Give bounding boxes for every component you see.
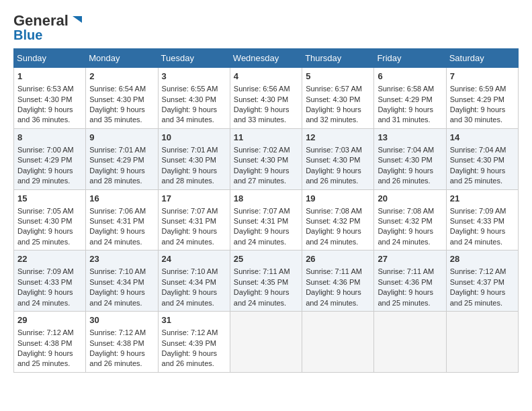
sunrise-label: Sunrise: 7:12 AM — [89, 328, 146, 336]
daylight-label: Daylight: 9 hours and 28 minutes. — [89, 167, 145, 185]
sunset-label: Sunset: 4:37 PM — [450, 278, 504, 286]
calendar-week-4: 22 Sunrise: 7:09 AM Sunset: 4:33 PM Dayl… — [14, 250, 519, 312]
day-number: 17 — [162, 193, 226, 205]
daylight-label: Daylight: 9 hours and 27 minutes. — [234, 167, 290, 185]
daylight-label: Daylight: 9 hours and 25 minutes. — [17, 349, 73, 367]
logo: General Blue — [13, 13, 85, 42]
sunset-label: Sunset: 4:39 PM — [162, 339, 216, 347]
daylight-label: Daylight: 9 hours and 24 minutes. — [162, 227, 218, 245]
sunrise-label: Sunrise: 7:10 AM — [162, 267, 218, 275]
sunset-label: Sunset: 4:30 PM — [89, 95, 144, 103]
sunset-label: Sunset: 4:30 PM — [378, 156, 432, 164]
sunset-label: Sunset: 4:30 PM — [17, 95, 72, 103]
sunset-label: Sunset: 4:38 PM — [89, 339, 144, 347]
daylight-label: Daylight: 9 hours and 25 minutes. — [450, 167, 506, 185]
weekday-header-monday: Monday — [86, 49, 158, 68]
sunset-label: Sunset: 4:29 PM — [89, 156, 144, 164]
day-number: 10 — [162, 132, 226, 144]
sunset-label: Sunset: 4:33 PM — [17, 278, 72, 286]
weekday-header-saturday: Saturday — [446, 49, 518, 68]
daylight-label: Daylight: 9 hours and 24 minutes. — [306, 288, 361, 306]
sunset-label: Sunset: 4:30 PM — [162, 156, 216, 164]
sunset-label: Sunset: 4:34 PM — [162, 278, 216, 286]
daylight-label: Daylight: 9 hours and 24 minutes. — [234, 288, 290, 306]
sunset-label: Sunset: 4:30 PM — [306, 95, 360, 103]
day-number: 20 — [378, 193, 442, 205]
calendar-cell: 17 Sunrise: 7:07 AM Sunset: 4:31 PM Dayl… — [158, 189, 230, 250]
sunset-label: Sunset: 4:29 PM — [17, 156, 72, 164]
day-number: 21 — [450, 193, 515, 205]
sunrise-label: Sunrise: 7:06 AM — [89, 207, 146, 215]
calendar-cell: 31 Sunrise: 7:12 AM Sunset: 4:39 PM Dayl… — [158, 312, 230, 373]
calendar-cell: 25 Sunrise: 7:11 AM Sunset: 4:35 PM Dayl… — [230, 250, 302, 312]
calendar-header-row: SundayMondayTuesdayWednesdayThursdayFrid… — [14, 49, 519, 68]
day-number: 30 — [89, 314, 154, 326]
calendar-cell: 23 Sunrise: 7:10 AM Sunset: 4:34 PM Dayl… — [86, 250, 158, 312]
calendar-cell: 7 Sunrise: 6:59 AM Sunset: 4:29 PM Dayli… — [446, 68, 518, 129]
sunrise-label: Sunrise: 6:57 AM — [306, 85, 362, 93]
sunrise-label: Sunrise: 7:11 AM — [378, 267, 434, 275]
sunrise-label: Sunrise: 7:12 AM — [162, 328, 218, 336]
day-number: 24 — [162, 253, 226, 265]
calendar-week-1: 1 Sunrise: 6:53 AM Sunset: 4:30 PM Dayli… — [14, 68, 519, 129]
sunrise-label: Sunrise: 6:56 AM — [234, 85, 290, 93]
sunrise-label: Sunrise: 7:01 AM — [89, 146, 146, 154]
day-number: 23 — [89, 253, 154, 265]
sunrise-label: Sunrise: 7:03 AM — [306, 146, 362, 154]
calendar-cell: 16 Sunrise: 7:06 AM Sunset: 4:31 PM Dayl… — [86, 189, 158, 250]
calendar-cell: 11 Sunrise: 7:02 AM Sunset: 4:30 PM Dayl… — [230, 128, 302, 189]
day-number: 28 — [450, 253, 515, 265]
sunrise-label: Sunrise: 7:10 AM — [89, 267, 146, 275]
day-number: 29 — [17, 314, 82, 326]
sunset-label: Sunset: 4:30 PM — [234, 95, 288, 103]
calendar-cell: 30 Sunrise: 7:12 AM Sunset: 4:38 PM Dayl… — [86, 312, 158, 373]
day-number: 22 — [17, 253, 82, 265]
day-number: 7 — [450, 71, 515, 83]
sunrise-label: Sunrise: 6:59 AM — [450, 85, 506, 93]
page-header: General Blue — [13, 13, 519, 42]
calendar-cell: 3 Sunrise: 6:55 AM Sunset: 4:30 PM Dayli… — [158, 68, 230, 129]
daylight-label: Daylight: 9 hours and 26 minutes. — [162, 349, 218, 367]
calendar-cell: 5 Sunrise: 6:57 AM Sunset: 4:30 PM Dayli… — [302, 68, 374, 129]
daylight-label: Daylight: 9 hours and 28 minutes. — [162, 167, 218, 185]
daylight-label: Daylight: 9 hours and 26 minutes. — [89, 349, 145, 367]
logo-blue: Blue — [13, 28, 42, 42]
daylight-label: Daylight: 9 hours and 25 minutes. — [17, 227, 73, 245]
sunset-label: Sunset: 4:31 PM — [89, 217, 144, 225]
day-number: 15 — [17, 193, 82, 205]
calendar-cell: 10 Sunrise: 7:01 AM Sunset: 4:30 PM Dayl… — [158, 128, 230, 189]
calendar-cell: 21 Sunrise: 7:09 AM Sunset: 4:33 PM Dayl… — [446, 189, 518, 250]
sunset-label: Sunset: 4:36 PM — [378, 278, 432, 286]
sunrise-label: Sunrise: 7:09 AM — [450, 207, 506, 215]
calendar-cell: 28 Sunrise: 7:12 AM Sunset: 4:37 PM Dayl… — [446, 250, 518, 312]
sunset-label: Sunset: 4:30 PM — [162, 95, 216, 103]
weekday-header-thursday: Thursday — [302, 49, 374, 68]
calendar-cell: 26 Sunrise: 7:11 AM Sunset: 4:36 PM Dayl… — [302, 250, 374, 312]
sunset-label: Sunset: 4:30 PM — [450, 156, 504, 164]
day-number: 11 — [234, 132, 298, 144]
day-number: 4 — [234, 71, 298, 83]
sunrise-label: Sunrise: 7:09 AM — [17, 267, 74, 275]
sunset-label: Sunset: 4:30 PM — [234, 156, 288, 164]
sunset-label: Sunset: 4:36 PM — [306, 278, 360, 286]
day-number: 6 — [378, 71, 442, 83]
sunset-label: Sunset: 4:30 PM — [17, 217, 72, 225]
sunset-label: Sunset: 4:34 PM — [89, 278, 144, 286]
calendar-cell — [302, 312, 374, 373]
weekday-header-friday: Friday — [374, 49, 446, 68]
sunrise-label: Sunrise: 6:54 AM — [89, 85, 146, 93]
calendar-cell: 2 Sunrise: 6:54 AM Sunset: 4:30 PM Dayli… — [86, 68, 158, 129]
calendar-cell: 14 Sunrise: 7:04 AM Sunset: 4:30 PM Dayl… — [446, 128, 518, 189]
day-number: 3 — [162, 71, 226, 83]
sunset-label: Sunset: 4:30 PM — [306, 156, 360, 164]
daylight-label: Daylight: 9 hours and 25 minutes. — [450, 288, 506, 306]
calendar-cell: 24 Sunrise: 7:10 AM Sunset: 4:34 PM Dayl… — [158, 250, 230, 312]
daylight-label: Daylight: 9 hours and 26 minutes. — [306, 167, 361, 185]
logo-general: General — [13, 13, 69, 28]
calendar-cell: 4 Sunrise: 6:56 AM Sunset: 4:30 PM Dayli… — [230, 68, 302, 129]
day-number: 26 — [306, 253, 370, 265]
daylight-label: Daylight: 9 hours and 29 minutes. — [17, 167, 73, 185]
sunrise-label: Sunrise: 7:08 AM — [378, 207, 434, 215]
calendar-cell: 29 Sunrise: 7:12 AM Sunset: 4:38 PM Dayl… — [14, 312, 86, 373]
daylight-label: Daylight: 9 hours and 24 minutes. — [378, 227, 433, 245]
